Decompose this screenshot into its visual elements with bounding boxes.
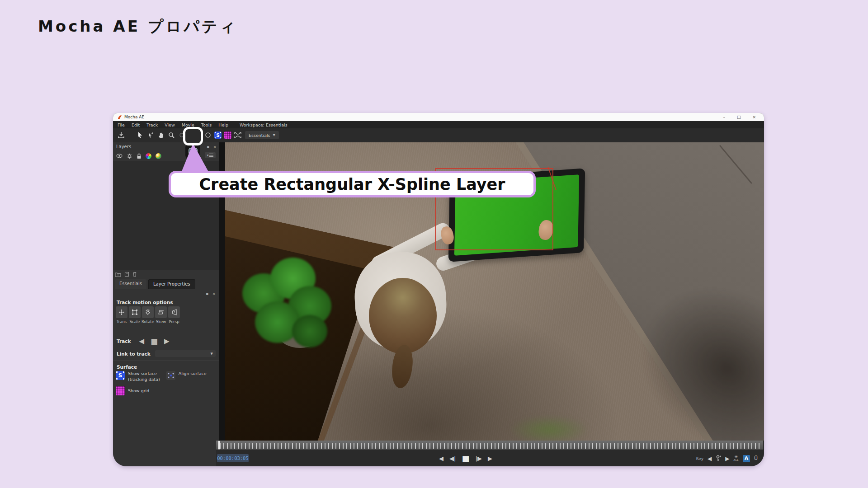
chevron-down-icon: ▼ xyxy=(273,133,275,137)
track-backward-button[interactable]: ◀ xyxy=(139,338,144,345)
show-grid-button[interactable] xyxy=(116,386,125,395)
translation-label: Trans xyxy=(117,319,127,324)
play-forward-button[interactable]: ▶ xyxy=(488,455,492,461)
page: Mocha AE プロパティ Mocha AE – □ × File Edit … xyxy=(0,0,868,488)
child-head xyxy=(369,278,437,354)
gear-icon[interactable] xyxy=(127,153,132,159)
menu-view[interactable]: View xyxy=(165,122,175,127)
next-key-button[interactable]: ▶ xyxy=(725,455,729,462)
transport-bar: 00:00:03:05 ◀ ◀| ■ |▶ ▶ Key ◀ ▶ ✳ ALL A … xyxy=(216,450,764,466)
plant-foliage xyxy=(292,315,327,347)
translation-button[interactable] xyxy=(116,306,127,318)
show-surface-button[interactable]: S xyxy=(116,371,125,380)
show-grid-row: Show grid xyxy=(116,386,149,395)
track-label: Track xyxy=(117,338,131,344)
track-forward-button[interactable]: ▶ xyxy=(164,338,170,345)
timeline-ticks xyxy=(220,443,762,449)
all-layers-toggle[interactable]: ✳ ALL xyxy=(734,455,739,462)
lock-icon[interactable] xyxy=(137,153,142,159)
scale-label: Scale xyxy=(130,319,140,324)
select-tool-icon[interactable] xyxy=(136,131,145,140)
float-panel-icon[interactable]: ▪ xyxy=(206,291,208,296)
menu-bar: File Edit Track View Movie Tools Help Wo… xyxy=(113,121,764,128)
tab-layer-properties[interactable]: Layer Properties xyxy=(148,279,195,289)
close-button[interactable]: × xyxy=(752,115,756,119)
show-grid-label: Show grid xyxy=(128,388,149,394)
add-key-icon[interactable] xyxy=(716,455,721,462)
layers-panel-header: Layers ▪ × xyxy=(113,143,217,150)
menu-edit[interactable]: Edit xyxy=(132,122,140,127)
skew-label: Skew xyxy=(156,319,166,324)
spline-tool-icon[interactable] xyxy=(177,131,186,140)
trash-icon[interactable] xyxy=(132,272,137,277)
perspective-button[interactable] xyxy=(168,306,180,318)
panel-tabs: Essentials Layer Properties xyxy=(115,279,219,289)
link-to-track-dropdown[interactable]: ▼ xyxy=(155,350,216,357)
timecode-field[interactable]: 00:00:03:05 xyxy=(217,454,249,462)
align-surface-button[interactable] xyxy=(166,371,175,380)
link-to-track-label: Link to track xyxy=(117,351,151,357)
callout-text: Create Rectangular X-Spline Layer xyxy=(199,175,505,193)
layers-actions xyxy=(115,272,137,277)
step-backward-button[interactable]: ◀| xyxy=(449,455,456,461)
layers-menu-button[interactable]: ▾ xyxy=(205,152,216,158)
surface-title: Surface xyxy=(117,364,137,370)
menu-help[interactable]: Help xyxy=(218,122,228,127)
layer-color-sphere-icon[interactable] xyxy=(156,153,161,159)
key-label: Key xyxy=(696,456,703,461)
playhead[interactable] xyxy=(218,441,220,450)
skew-button[interactable] xyxy=(155,306,167,318)
play-backward-button[interactable]: ◀ xyxy=(439,455,443,461)
export-icon[interactable] xyxy=(117,131,126,140)
align-surface-label: Align surface xyxy=(179,371,207,377)
uberkey-toggle[interactable]: Ü xyxy=(754,455,758,461)
rotate-label: Rotate xyxy=(142,319,154,324)
track-motion-buttons: Trans Scale Rotate xyxy=(116,306,180,324)
new-folder-icon[interactable] xyxy=(115,272,121,277)
show-grid-icon[interactable] xyxy=(223,131,232,140)
menu-tools[interactable]: Tools xyxy=(201,122,212,127)
float-panel-icon[interactable]: ▪ xyxy=(207,145,209,149)
close-panel-icon[interactable]: × xyxy=(212,291,216,296)
layer-color-wheel-icon[interactable] xyxy=(146,153,151,159)
timeline-ruler[interactable] xyxy=(216,441,763,450)
close-panel-icon[interactable]: × xyxy=(213,145,217,149)
page-title: Mocha AE プロパティ xyxy=(38,16,238,37)
scale-button[interactable] xyxy=(129,306,141,318)
duplicate-layer-icon[interactable] xyxy=(124,272,129,277)
preset-label: Essentials xyxy=(249,133,270,138)
maximize-button[interactable]: □ xyxy=(737,115,741,119)
track-stop-button[interactable]: ■ xyxy=(151,337,158,346)
toolbar-preset-dropdown[interactable]: Essentials ▼ xyxy=(245,131,279,139)
toolbar: S Essentials ▼ xyxy=(113,128,764,143)
link-to-track-row: Link to track ▼ xyxy=(117,350,216,357)
tab-essentials[interactable]: Essentials xyxy=(115,279,146,289)
create-circle-layer-icon[interactable] xyxy=(203,131,212,140)
divider xyxy=(113,361,219,361)
perspective-label: Persp xyxy=(169,319,179,324)
add-point-tool-icon[interactable] xyxy=(146,131,156,140)
track-motion-title: Track motion options xyxy=(117,300,173,305)
layers-toolstrip: ▾ xyxy=(113,151,219,160)
previous-key-button[interactable]: ◀ xyxy=(708,455,712,462)
mocha-logo-icon xyxy=(118,115,122,119)
align-surface-icon[interactable] xyxy=(233,131,242,140)
pan-tool-icon[interactable] xyxy=(157,131,166,140)
autokey-toggle[interactable]: A xyxy=(743,455,750,462)
menu-track[interactable]: Track xyxy=(146,122,158,127)
menu-movie[interactable]: Movie xyxy=(182,122,194,127)
workspace-label[interactable]: Workspace: Essentials xyxy=(240,122,288,127)
mocha-ae-window: Mocha AE – □ × File Edit Track View Movi… xyxy=(113,113,764,466)
menu-arrow: ▾ xyxy=(207,154,209,157)
track-row: Track ◀ ■ ▶ xyxy=(117,337,170,346)
step-forward-button[interactable]: |▶ xyxy=(476,455,482,461)
surface-s-badge: S xyxy=(214,131,222,139)
stop-button[interactable]: ■ xyxy=(462,455,469,463)
rotate-button[interactable] xyxy=(142,306,154,318)
show-surface-icon[interactable]: S xyxy=(213,131,222,140)
grid-glyph xyxy=(224,131,231,139)
minimize-button[interactable]: – xyxy=(723,115,725,119)
visibility-eye-icon[interactable] xyxy=(116,154,123,158)
menu-file[interactable]: File xyxy=(118,122,125,127)
zoom-tool-icon[interactable] xyxy=(167,131,176,140)
